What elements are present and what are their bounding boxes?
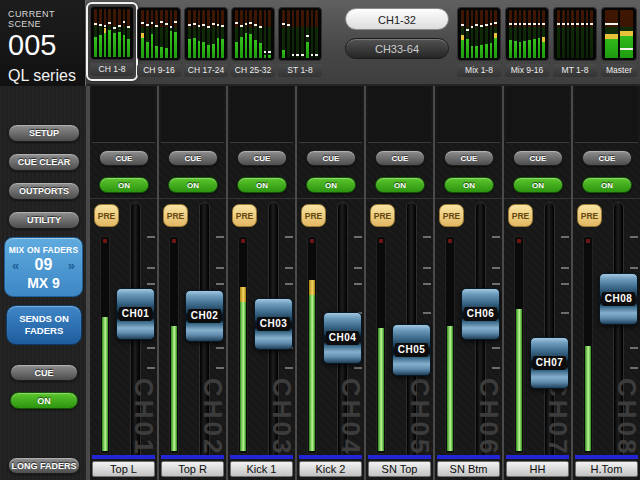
mini-meter-column [542, 10, 545, 58]
meter-block-ch-25-32[interactable]: CH 25-32 [231, 7, 275, 77]
channel-on-button[interactable]: ON [237, 177, 287, 193]
mini-meter-column [533, 10, 536, 58]
meter-block-ch-1-8[interactable]: CH 1-8 [86, 2, 138, 81]
channel-name-box[interactable]: HH [506, 461, 569, 477]
channel-strips: CUEONPRECH01CH01Top LCUEONPRECH02CH02Top… [88, 86, 640, 480]
utility-button[interactable]: UTILITY [8, 211, 80, 229]
mini-meter-column [217, 10, 220, 58]
mini-meters [601, 7, 637, 61]
channel-cue-button[interactable]: CUE [582, 150, 632, 166]
channel-on-button[interactable]: ON [306, 177, 356, 193]
channel-name-box[interactable]: Top R [161, 461, 224, 477]
channel-cue-button[interactable]: CUE [444, 150, 494, 166]
eq-display-area[interactable] [368, 86, 431, 143]
meter-block-mt-1-8[interactable]: MT 1-8 [553, 7, 597, 77]
eq-display-area[interactable] [437, 86, 500, 143]
mix-on-faders-panel[interactable]: MIX ON FADERS « 09 » MX 9 [4, 237, 83, 297]
channel-cue-button[interactable]: CUE [375, 150, 425, 166]
channel-cue-button[interactable]: CUE [513, 150, 563, 166]
mix-next-icon[interactable]: » [68, 259, 75, 272]
meter-block-mix-1-8[interactable]: Mix 1-8 [457, 7, 501, 77]
sidebar-on-button[interactable]: ON [10, 392, 78, 409]
pre-indicator[interactable]: PRE [301, 204, 326, 227]
eq-display-area[interactable] [230, 86, 293, 143]
channel-on-button[interactable]: ON [99, 177, 149, 193]
setup-button[interactable]: SETUP [8, 124, 80, 142]
mini-meter-column [523, 10, 526, 58]
channel-name-box[interactable]: H.Tom [575, 461, 638, 477]
mini-meter-column [292, 10, 295, 58]
channel-cue-button[interactable]: CUE [237, 150, 287, 166]
eq-display-area[interactable] [161, 86, 224, 143]
cue-clear-button[interactable]: CUE CLEAR [8, 153, 80, 171]
mini-meter-level [193, 38, 196, 58]
channel-name-box[interactable]: SN Top [368, 461, 431, 477]
mini-meter-peak [620, 31, 633, 36]
channel-on-button[interactable]: ON [168, 177, 218, 193]
mini-meter-column [466, 10, 469, 58]
channel-id-watermark: CH03 [269, 378, 295, 456]
channel-name-box[interactable]: Kick 2 [299, 461, 362, 477]
mix-prev-icon[interactable]: « [12, 259, 19, 272]
mini-fader-mark [292, 54, 295, 56]
eq-display-area[interactable] [299, 86, 362, 143]
pre-indicator[interactable]: PRE [577, 204, 602, 227]
mini-meter-level [99, 35, 102, 57]
channel-name-box[interactable]: Kick 1 [230, 461, 293, 477]
mini-meter-column [509, 10, 512, 58]
mini-meter-level [514, 41, 517, 58]
fader-knob[interactable]: CH03 [254, 298, 293, 350]
channel-name-box[interactable]: Top L [92, 461, 155, 477]
fader-knob[interactable]: CH04 [323, 312, 362, 364]
fader-knob[interactable]: CH05 [392, 324, 431, 376]
eq-display-area[interactable] [92, 86, 155, 143]
channel-on-button[interactable]: ON [444, 177, 494, 193]
meter-block-label: CH 25-32 [231, 64, 275, 77]
meter-block-master[interactable]: Master [601, 7, 637, 77]
fader-scale-tick [492, 267, 500, 269]
outports-button[interactable]: OUTPORTS [8, 182, 80, 200]
current-scene-panel[interactable]: CURRENT SCENE 005 QL series [0, 0, 86, 86]
channel-cue-button[interactable]: CUE [99, 150, 149, 166]
pre-indicator[interactable]: PRE [370, 204, 395, 227]
mini-meter-column [146, 10, 149, 58]
bank-button-ch33-64[interactable]: CH33-64 [345, 38, 449, 59]
fader-knob[interactable]: CH07 [530, 337, 569, 389]
mini-meter-column [605, 10, 618, 58]
sends-on-faders-button[interactable]: SENDS ON FADERS [6, 305, 82, 345]
mini-meter-column [123, 9, 126, 57]
channel-cue-button[interactable]: CUE [168, 150, 218, 166]
eq-display-area[interactable] [506, 86, 569, 143]
mini-meter-column [475, 10, 478, 58]
mini-meter-column [127, 9, 130, 57]
mini-meter-level [118, 32, 121, 57]
sidebar-cue-button[interactable]: CUE [10, 364, 78, 381]
meter-block-st-1-8[interactable]: ST 1-8 [278, 7, 322, 77]
meter-block-mix-9-16[interactable]: Mix 9-16 [505, 7, 549, 77]
fader-scale-tick [285, 367, 293, 369]
meter-block-ch-9-16[interactable]: CH 9-16 [137, 7, 181, 77]
channel-on-button[interactable]: ON [513, 177, 563, 193]
pre-indicator[interactable]: PRE [439, 204, 464, 227]
bank-button-ch1-32[interactable]: CH1-32 [345, 8, 449, 30]
mini-fader-mark [108, 22, 111, 24]
channel-cue-button[interactable]: CUE [306, 150, 356, 166]
mini-meter-level [127, 39, 130, 57]
console-model-label: QL series [8, 67, 85, 85]
pre-indicator[interactable]: PRE [163, 204, 188, 227]
fader-knob[interactable]: CH06 [461, 288, 500, 340]
meter-level-bar [309, 280, 315, 451]
fader-knob[interactable]: CH01 [116, 288, 155, 340]
channel-name-box[interactable]: SN Btm [437, 461, 500, 477]
channel-on-button[interactable]: ON [375, 177, 425, 193]
long-faders-button[interactable]: LONG FADERS [8, 457, 80, 474]
fader-knob[interactable]: CH08 [599, 273, 638, 325]
meter-block-ch-17-24[interactable]: CH 17-24 [184, 7, 228, 77]
pre-indicator[interactable]: PRE [94, 204, 119, 227]
eq-display-area[interactable] [575, 86, 638, 143]
mini-fader-mark [581, 23, 584, 25]
fader-knob[interactable]: CH02 [185, 290, 224, 342]
pre-indicator[interactable]: PRE [232, 204, 257, 227]
channel-on-button[interactable]: ON [582, 177, 632, 193]
pre-indicator[interactable]: PRE [508, 204, 533, 227]
